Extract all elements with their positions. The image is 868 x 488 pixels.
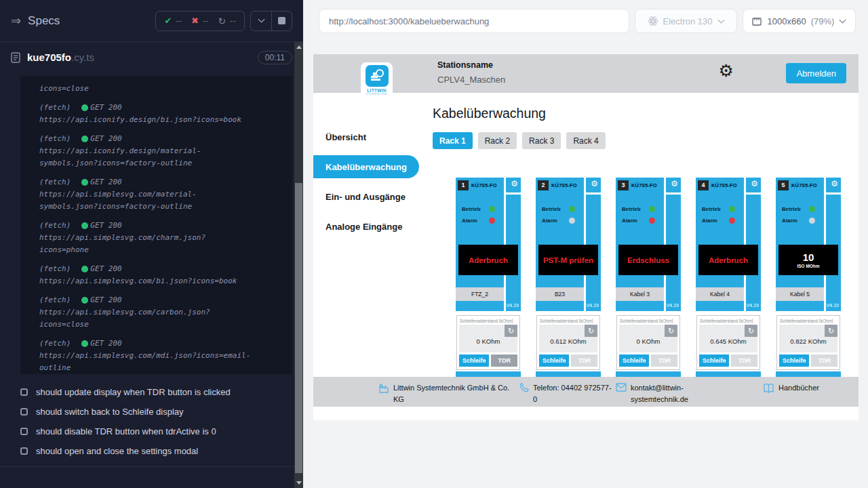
log-status-line: (fetch)GET 200 xyxy=(39,220,287,232)
left-scrollbar xyxy=(294,42,303,488)
test-item[interactable]: should switch back to Schleife display xyxy=(20,402,292,422)
log-entry: (fetch)GET 200https://api.simplesvg.com/… xyxy=(39,176,287,213)
sidebar-item--bersicht[interactable]: Übersicht xyxy=(313,125,420,148)
card-divider xyxy=(506,192,521,195)
sidebar-item-kabel-berwachung[interactable]: Kabelüberwachung xyxy=(313,155,419,178)
spec-ext: .cy.ts xyxy=(71,52,94,63)
station-label: Stationsname xyxy=(437,60,505,70)
tdr-button[interactable]: TDR xyxy=(491,354,517,367)
log-status-line: (fetch)GET 200 xyxy=(39,102,287,114)
tab-rack-2[interactable]: Rack 2 xyxy=(478,132,517,149)
card-number-badge: 4 xyxy=(698,180,709,190)
scroll-down-icon[interactable] xyxy=(296,481,302,485)
chevron-down-icon xyxy=(717,19,725,24)
led-green-icon xyxy=(809,206,815,212)
led-red-icon xyxy=(729,218,735,224)
collapse-button[interactable] xyxy=(251,12,271,30)
schleife-button[interactable]: Schleife xyxy=(779,354,809,367)
card-model-label: KÜ705-FO xyxy=(791,182,817,188)
browser-region: http://localhost:3000/kabelueberwachung … xyxy=(303,0,868,488)
refresh-icon[interactable]: ↻ xyxy=(665,325,677,337)
sidebar-item-analoge-eing-nge[interactable]: Analoge Eingänge xyxy=(313,215,420,238)
tdr-button[interactable]: TDR xyxy=(731,354,757,367)
footer-email[interactable]: kontakt@littwin-systemtechnik.de xyxy=(616,382,724,405)
schleife-button[interactable]: Schleife xyxy=(539,354,569,367)
sidebar-item-ein-und-ausg-nge[interactable]: Ein- und Ausgänge xyxy=(313,185,420,208)
tab-rack-4[interactable]: Rack 4 xyxy=(566,132,605,149)
settings-gear-icon[interactable]: ⚙ xyxy=(719,62,734,79)
test-item[interactable]: should open and close the settings modal xyxy=(20,441,292,461)
footer-company-text: Littwin Systemtechnik GmbH & Co. KG xyxy=(393,382,514,405)
panel-divider xyxy=(0,466,303,467)
card-buttons: SchleifeTDR xyxy=(699,354,757,367)
refresh-icon[interactable]: ↻ xyxy=(505,325,517,337)
led-label: Betrieb xyxy=(702,206,726,212)
spec-row[interactable]: kue705fo.cy.ts 00:11 xyxy=(0,42,303,73)
display-status-text: Aderbruch xyxy=(469,256,508,264)
schleife-button[interactable]: Schleife xyxy=(699,354,729,367)
spec-duration: 00:11 xyxy=(258,51,292,64)
tdr-button[interactable]: TDR xyxy=(651,354,677,367)
scrollbar-thumb[interactable] xyxy=(295,183,302,473)
refresh-icon[interactable]: ↻ xyxy=(825,325,837,337)
card-buttons: SchleifeTDR xyxy=(459,354,517,367)
schleife-button[interactable]: Schleife xyxy=(619,354,649,367)
card-gear-icon[interactable]: ⚙ xyxy=(511,180,518,188)
display-status-text: Aderbruch xyxy=(709,256,748,264)
app-header: Stationsname CPLV4_Maschen ⚙ Abmelden xyxy=(313,54,859,93)
test-item[interactable]: should disable TDR button when tdrActive… xyxy=(20,422,292,441)
device-card: 2KÜ705-FO⚙BetriebAlarmPST-M prüfenB23V4.… xyxy=(536,178,601,380)
specs-toggle[interactable]: ⇒ Specs xyxy=(11,14,60,28)
specs-collapse-icon: ⇒ xyxy=(11,14,21,28)
led-green-icon xyxy=(729,206,735,212)
card-number-badge: 3 xyxy=(618,180,629,190)
scroll-up-icon[interactable] xyxy=(296,45,302,49)
tdr-button[interactable]: TDR xyxy=(811,354,837,367)
test-item[interactable]: should update display when TDR button is… xyxy=(20,382,292,402)
command-log: icons=close(fetch)GET 200https://api.ico… xyxy=(20,76,292,374)
tdr-button[interactable]: TDR xyxy=(571,354,597,367)
led-row: Betrieb xyxy=(702,206,735,212)
firmware-version: V4.19 xyxy=(827,303,839,308)
footer-manuals[interactable]: Handbücher xyxy=(763,382,819,394)
log-url-line: outline xyxy=(39,362,287,374)
browser-select[interactable]: Electron 130 xyxy=(635,9,737,33)
page-title: Kabelüberwachung xyxy=(433,106,546,121)
card-buttons: SchleifeTDR xyxy=(619,354,677,367)
app-main: Kabelüberwachung Rack 1Rack 2Rack 3Rack … xyxy=(420,93,859,377)
url-input[interactable]: http://localhost:3000/kabelueberwachung xyxy=(319,9,629,33)
card-gear-icon[interactable]: ⚙ xyxy=(751,180,758,188)
led-row: Alarm xyxy=(782,218,815,224)
tab-rack-3[interactable]: Rack 3 xyxy=(522,132,561,149)
stop-button[interactable] xyxy=(271,12,292,30)
log-url-line: https://api.simplesvg.com/mdi.json?icons… xyxy=(39,350,287,362)
card-gear-icon[interactable]: ⚙ xyxy=(831,180,838,188)
browser-top-bar: http://localhost:3000/kabelueberwachung … xyxy=(303,0,868,42)
status-display: Aderbruch xyxy=(458,245,518,275)
log-url-line: symbols.json?icons=factory-outline xyxy=(39,201,287,213)
chevron-down-icon xyxy=(258,18,265,23)
app-sidebar: ÜbersichtKabelüberwachungEin- und Ausgän… xyxy=(313,93,420,377)
refresh-icon[interactable]: ↻ xyxy=(585,325,597,337)
card-gear-icon[interactable]: ⚙ xyxy=(671,180,678,188)
card-model-label: KÜ705-FO xyxy=(711,182,737,188)
card-gear-icon[interactable]: ⚙ xyxy=(591,180,598,188)
card-divider xyxy=(826,192,841,195)
status-ok-icon xyxy=(81,222,88,229)
card-number-badge: 5 xyxy=(778,180,789,190)
status-code: GET 200 xyxy=(90,176,121,188)
logout-button[interactable]: Abmelden xyxy=(786,63,846,83)
tab-rack-1[interactable]: Rack 1 xyxy=(433,132,473,149)
resistance-panel: Schleifenwiderstand [kOhm]↻0 KOhmSchleif… xyxy=(456,315,520,370)
log-status-line: (fetch)GET 200 xyxy=(39,294,287,306)
schleife-button[interactable]: Schleife xyxy=(459,354,489,367)
logo-subtext: SYSTEMTECHNIK xyxy=(366,93,387,96)
test-state-icon xyxy=(20,428,28,435)
refresh-icon[interactable]: ↻ xyxy=(745,325,757,337)
log-entry: (fetch)GET 200https://api.simplesvg.com/… xyxy=(39,338,287,374)
viewport-zoom: (79%) xyxy=(811,16,835,26)
footer-phone[interactable]: Telefon: 04402 972577-0 xyxy=(519,382,616,405)
viewport-select[interactable]: 1000x660 (79%) xyxy=(743,9,856,33)
status-ok-icon xyxy=(81,104,88,111)
log-entry: (fetch)GET 200https://api.iconify.design… xyxy=(39,102,287,126)
